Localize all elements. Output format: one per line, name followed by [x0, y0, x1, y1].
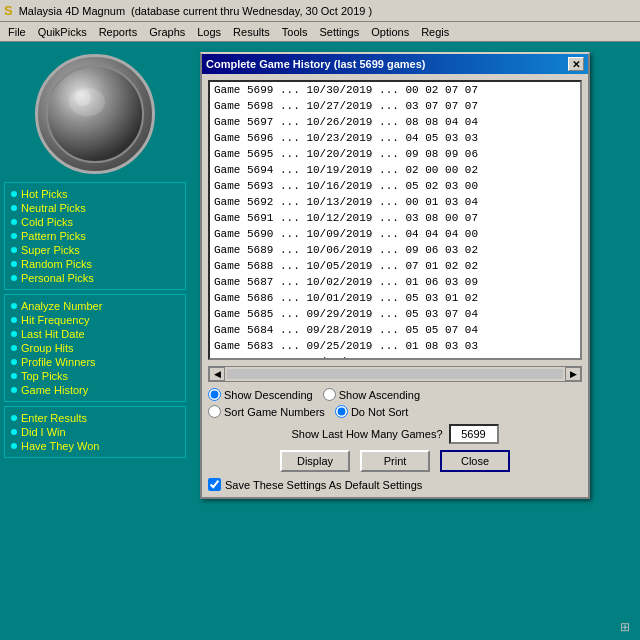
dialog-content: Game 5699 ... 10/30/2019 ... 00 02 07 07… [202, 74, 588, 497]
sidebar-item-group-hits[interactable]: Group Hits [9, 341, 181, 355]
dot-icon [11, 359, 17, 365]
print-button[interactable]: Print [360, 450, 430, 472]
dot-icon [11, 219, 17, 225]
dot-icon [11, 191, 17, 197]
sidebar-item-last-hit-date[interactable]: Last Hit Date [9, 327, 181, 341]
sidebar-item-did-i-win[interactable]: Did I Win [9, 425, 181, 439]
game-row[interactable]: Game 5683 ... 09/25/2019 ... 01 08 03 03 [210, 338, 580, 354]
dot-icon [11, 275, 17, 281]
sidebar-item-cold-picks[interactable]: Cold Picks [9, 215, 181, 229]
app-title: Malaysia 4D Magnum [19, 5, 125, 17]
game-row[interactable]: Game 5686 ... 10/01/2019 ... 05 03 01 02 [210, 290, 580, 306]
sidebar-item-pattern-picks[interactable]: Pattern Picks [9, 229, 181, 243]
button-row: Display Print Close [208, 450, 582, 472]
game-row[interactable]: Game 5688 ... 10/05/2019 ... 07 01 02 02 [210, 258, 580, 274]
game-row[interactable]: Game 5695 ... 10/20/2019 ... 09 08 09 06 [210, 146, 580, 162]
show-descending-radio[interactable] [208, 388, 221, 401]
game-row[interactable]: Game 5690 ... 10/09/2019 ... 04 04 04 00 [210, 226, 580, 242]
menu-settings[interactable]: Settings [313, 25, 365, 39]
menu-tools[interactable]: Tools [276, 25, 314, 39]
show-ascending-radio[interactable] [323, 388, 336, 401]
sort-game-numbers-option[interactable]: Sort Game Numbers [208, 405, 325, 418]
menu-regis[interactable]: Regis [415, 25, 455, 39]
menu-options[interactable]: Options [365, 25, 415, 39]
menu-file[interactable]: File [2, 25, 32, 39]
menu-quikpicks[interactable]: QuikPicks [32, 25, 93, 39]
game-row[interactable]: Game 5692 ... 10/13/2019 ... 00 01 03 04 [210, 194, 580, 210]
dot-icon [11, 303, 17, 309]
game-row[interactable]: Game 5689 ... 10/06/2019 ... 09 06 03 02 [210, 242, 580, 258]
corner-resize-icon: ⊞ [620, 620, 636, 636]
game-row[interactable]: Game 5685 ... 09/29/2019 ... 05 03 07 04 [210, 306, 580, 322]
dot-icon [11, 233, 17, 239]
show-ascending-option[interactable]: Show Ascending [323, 388, 420, 401]
display-button[interactable]: Display [280, 450, 350, 472]
dot-icon [11, 415, 17, 421]
dot-icon [11, 331, 17, 337]
sort-row-1: Show Descending Show Ascending [208, 388, 582, 401]
sidebar-item-random-picks[interactable]: Random Picks [9, 257, 181, 271]
menu-results[interactable]: Results [227, 25, 276, 39]
sidebar-item-hot-picks[interactable]: Hot Picks [9, 187, 181, 201]
content-area: Complete Game History (last 5699 games) … [190, 42, 640, 640]
game-row[interactable]: Game 5682 ... 09/22/2019 ... 03 02 00 01 [210, 354, 580, 360]
menu-reports[interactable]: Reports [93, 25, 144, 39]
game-row[interactable]: Game 5696 ... 10/23/2019 ... 04 05 03 03 [210, 130, 580, 146]
menu-logs[interactable]: Logs [191, 25, 227, 39]
sidebar-item-super-picks[interactable]: Super Picks [9, 243, 181, 257]
sidebar-item-profile-winners[interactable]: Profile Winners [9, 355, 181, 369]
close-button[interactable]: Close [440, 450, 510, 472]
game-row[interactable]: Game 5699 ... 10/30/2019 ... 00 02 07 07 [210, 82, 580, 98]
games-count-input[interactable] [449, 424, 499, 444]
sidebar-item-analyze-number[interactable]: Analyze Number [9, 299, 181, 313]
sort-row-2: Sort Game Numbers Do Not Sort [208, 405, 582, 418]
sidebar-item-hit-frequency[interactable]: Hit Frequency [9, 313, 181, 327]
save-settings-label: Save These Settings As Default Settings [225, 479, 422, 491]
sidebar-item-top-picks[interactable]: Top Picks [9, 369, 181, 383]
game-row[interactable]: Game 5693 ... 10/16/2019 ... 05 02 03 00 [210, 178, 580, 194]
game-row[interactable]: Game 5698 ... 10/27/2019 ... 03 07 07 07 [210, 98, 580, 114]
dot-icon [11, 317, 17, 323]
hscroll-left-button[interactable]: ◀ [209, 367, 225, 381]
show-last-label: Show Last How Many Games? [291, 428, 442, 440]
sort-game-numbers-radio[interactable] [208, 405, 221, 418]
game-row[interactable]: Game 5684 ... 09/28/2019 ... 05 05 07 04 [210, 322, 580, 338]
menu-graphs[interactable]: Graphs [143, 25, 191, 39]
hscroll-track[interactable] [227, 369, 563, 379]
logo-area [35, 54, 155, 174]
hscroll-right-button[interactable]: ▶ [565, 367, 581, 381]
game-row[interactable]: Game 5691 ... 10/12/2019 ... 03 08 00 07 [210, 210, 580, 226]
sidebar-item-enter-results[interactable]: Enter Results [9, 411, 181, 425]
sidebar-item-have-they-won[interactable]: Have They Won [9, 439, 181, 453]
save-settings-row: Save These Settings As Default Settings [208, 478, 582, 491]
do-not-sort-option[interactable]: Do Not Sort [335, 405, 408, 418]
dialog-title: Complete Game History (last 5699 games) [206, 58, 425, 70]
sidebar-item-neutral-picks[interactable]: Neutral Picks [9, 201, 181, 215]
save-settings-checkbox[interactable] [208, 478, 221, 491]
game-row[interactable]: Game 5687 ... 10/02/2019 ... 01 06 03 09 [210, 274, 580, 290]
picks-section: Hot Picks Neutral Picks Cold Picks Patte… [4, 182, 186, 290]
dot-icon [11, 345, 17, 351]
dot-icon [11, 247, 17, 253]
game-row[interactable]: Game 5697 ... 10/26/2019 ... 08 08 04 04 [210, 114, 580, 130]
show-descending-option[interactable]: Show Descending [208, 388, 313, 401]
dot-icon [11, 429, 17, 435]
do-not-sort-radio[interactable] [335, 405, 348, 418]
dot-icon [11, 205, 17, 211]
svg-point-2 [75, 90, 91, 106]
dot-icon [11, 373, 17, 379]
dot-icon [11, 443, 17, 449]
show-last-row: Show Last How Many Games? [208, 424, 582, 444]
analyze-section: Analyze Number Hit Frequency Last Hit Da… [4, 294, 186, 402]
sidebar-item-game-history[interactable]: Game History [9, 383, 181, 397]
sidebar-item-personal-picks[interactable]: Personal Picks [9, 271, 181, 285]
app-icon: S [4, 3, 13, 18]
dialog-close-button[interactable]: ✕ [568, 57, 584, 71]
horizontal-scrollbar[interactable]: ◀ ▶ [208, 366, 582, 382]
game-list[interactable]: Game 5699 ... 10/30/2019 ... 00 02 07 07… [208, 80, 582, 360]
dot-icon [11, 261, 17, 267]
title-bar: S Malaysia 4D Magnum (database current t… [0, 0, 640, 22]
dot-icon [11, 387, 17, 393]
results-section: Enter Results Did I Win Have They Won [4, 406, 186, 458]
game-row[interactable]: Game 5694 ... 10/19/2019 ... 02 00 00 02 [210, 162, 580, 178]
